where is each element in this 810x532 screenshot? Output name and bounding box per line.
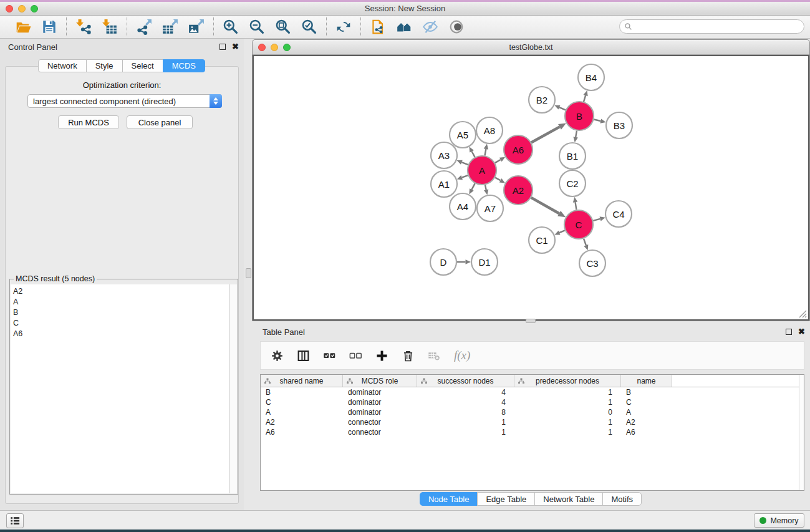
refresh-button[interactable] xyxy=(333,17,354,36)
import-table-button[interactable] xyxy=(99,17,120,36)
close-panel-icon[interactable]: ✖ xyxy=(232,44,239,50)
edge-A2-C[interactable] xyxy=(531,198,559,213)
edge-C-C2[interactable] xyxy=(576,202,577,210)
eye-button[interactable] xyxy=(446,17,467,36)
tab-style[interactable]: Style xyxy=(86,59,123,72)
mcds-result-item[interactable]: A2 xyxy=(13,286,229,297)
edge-B-B1[interactable] xyxy=(576,131,577,137)
table-row[interactable]: A2connector11A2 xyxy=(261,417,804,427)
network-view-window[interactable]: testGlobe.txt B4B2BB3A5A8A6A3B1AA1A2C2A4… xyxy=(252,39,810,321)
open-file-button[interactable] xyxy=(12,17,34,36)
main-toolbar xyxy=(0,16,810,39)
table-cell: 1 xyxy=(417,427,514,437)
window-resize-grip[interactable] xyxy=(798,309,807,318)
table-float-panel-icon[interactable] xyxy=(786,329,792,335)
column-header-MCDS-role[interactable]: MCDS role xyxy=(343,375,417,387)
edge-A-A1[interactable] xyxy=(462,175,468,178)
zoom-out-button[interactable] xyxy=(246,17,268,36)
mcds-result-list[interactable]: A2ABCA6 xyxy=(11,284,229,493)
eye-slash-button[interactable] xyxy=(420,17,441,36)
table-row[interactable]: Adominator80A xyxy=(261,407,804,417)
edge-C-C1[interactable] xyxy=(559,230,565,233)
column-header-predecessor-nodes[interactable]: predecessor nodes xyxy=(514,375,621,387)
column-header-successor-nodes[interactable]: successor nodes xyxy=(417,375,514,387)
table-row[interactable]: Cdominator41C xyxy=(261,397,804,407)
edge-B-B3[interactable] xyxy=(594,119,600,121)
export-table-button[interactable] xyxy=(160,17,181,36)
run-mcds-button[interactable]: Run MCDS xyxy=(58,115,119,129)
edge-A-A2[interactable] xyxy=(495,178,501,181)
tab-select[interactable]: Select xyxy=(122,59,163,72)
edge-A-A4[interactable] xyxy=(471,183,475,190)
mcds-result-scrollbar[interactable] xyxy=(229,284,237,493)
document-network-button[interactable] xyxy=(367,17,388,36)
column-layout-button[interactable] xyxy=(297,349,310,362)
function-builder-icon: f(x) xyxy=(454,349,470,362)
function-builder-button[interactable]: f(x) xyxy=(454,349,470,362)
gear-button[interactable] xyxy=(271,349,284,362)
add-column-button[interactable] xyxy=(375,349,388,362)
delete-column-button[interactable] xyxy=(402,349,415,362)
tab-motifs[interactable]: Motifs xyxy=(602,492,642,506)
close-panel-button[interactable]: Close panel xyxy=(127,115,193,129)
main-title-bar[interactable]: Session: New Session xyxy=(0,2,810,16)
houses-button[interactable] xyxy=(393,17,415,36)
zoom-fit-button[interactable] xyxy=(272,17,294,36)
mcds-result-item[interactable]: A6 xyxy=(13,329,229,339)
select-all-button[interactable] xyxy=(323,349,336,362)
mcds-result-item[interactable]: A xyxy=(13,297,229,307)
edge-B-B2[interactable] xyxy=(559,107,566,110)
task-history-button[interactable] xyxy=(6,513,24,528)
edge-B-B4[interactable] xyxy=(584,95,586,102)
node-table-scrollbar[interactable] xyxy=(799,375,804,490)
horizontal-split-divider[interactable] xyxy=(526,319,536,323)
edge-arrowhead-C-C3 xyxy=(584,244,588,250)
tab-network-table[interactable]: Network Table xyxy=(534,492,603,506)
network-graph: B4B2BB3A5A8A6A3B1AA1A2C2A4A7CC4C1C3DD1 xyxy=(254,56,808,321)
edge-C-C4[interactable] xyxy=(593,219,600,221)
zoom-selected-button[interactable] xyxy=(299,17,320,36)
tab-node-table[interactable]: Node Table xyxy=(420,492,478,506)
network-canvas[interactable]: B4B2BB3A5A8A6A3B1AA1A2C2A4A7CC4C1C3DD1 xyxy=(253,55,809,321)
edge-A6-B[interactable] xyxy=(531,127,559,142)
table-row[interactable]: A6connector11A6 xyxy=(261,427,804,437)
table-cell: C xyxy=(621,397,672,407)
toolbar-group xyxy=(214,17,326,36)
memory-button[interactable]: Memory xyxy=(754,513,804,528)
tab-network[interactable]: Network xyxy=(38,59,87,72)
edge-A-A5[interactable] xyxy=(472,152,475,157)
column-header-name[interactable]: name xyxy=(621,375,672,387)
edge-C-C3[interactable] xyxy=(584,239,586,246)
edge-A-A6[interactable] xyxy=(495,160,501,163)
table-cell: 1 xyxy=(417,417,514,427)
export-image-button[interactable] xyxy=(186,17,207,36)
edge-A-A7[interactable] xyxy=(485,185,486,190)
graph-node-label-A3: A3 xyxy=(438,150,450,161)
deselect-all-button[interactable] xyxy=(349,349,362,362)
tab-mcds[interactable]: MCDS xyxy=(163,59,205,72)
zoom-in-button[interactable] xyxy=(220,17,241,36)
table-row[interactable]: Bdominator41B xyxy=(261,387,804,397)
network-window-title-bar[interactable]: testGlobe.txt xyxy=(253,40,809,55)
mcds-result-title: MCDS result (5 nodes) xyxy=(14,274,97,283)
column-header-shared-name[interactable]: shared name xyxy=(261,375,343,387)
optimization-criterion-dropdown[interactable]: largest connected component (directed) xyxy=(27,94,222,108)
mcds-result-item[interactable]: C xyxy=(13,318,229,329)
export-network-button[interactable] xyxy=(133,17,155,36)
mcds-result-item[interactable]: B xyxy=(13,307,229,318)
edge-A-A8[interactable] xyxy=(485,149,486,155)
toolbar-group xyxy=(127,17,213,36)
table-cell: 8 xyxy=(417,407,514,417)
edge-A-A3[interactable] xyxy=(461,162,468,165)
table-close-panel-icon[interactable]: ✖ xyxy=(798,329,805,335)
tab-edge-table[interactable]: Edge Table xyxy=(477,492,535,506)
save-session-button[interactable] xyxy=(39,17,60,36)
graph-node-label-C: C xyxy=(576,220,582,230)
graph-node-label-C4: C4 xyxy=(612,209,624,220)
delete-table-button[interactable] xyxy=(428,349,441,362)
search-input[interactable] xyxy=(619,19,804,34)
import-network-button[interactable] xyxy=(73,17,94,36)
control-panel: Control Panel ✖ NetworkStyleSelectMCDS O… xyxy=(0,39,244,510)
vertical-split-divider[interactable] xyxy=(246,268,251,278)
float-panel-icon[interactable] xyxy=(219,44,226,50)
